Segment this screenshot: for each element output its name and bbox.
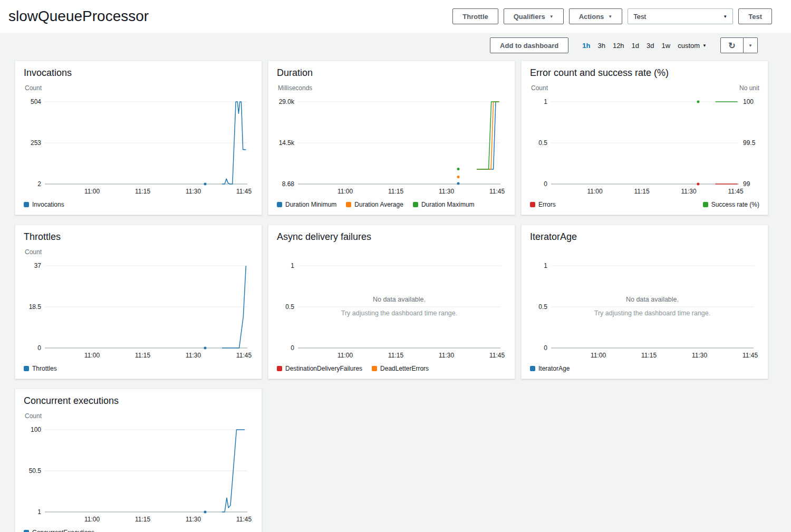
time-range-3d[interactable]: 3d [647,42,654,50]
legend-label: Throttles [32,365,57,372]
page-header: slowQueueProcessor Throttle Qualifiers ▼… [0,0,791,33]
legend-item-invocations-0[interactable]: Invocations [24,201,64,208]
x-tick-label: 11:15 [634,188,650,195]
x-tick-label: 11:30 [439,188,454,195]
concurrent-executions-plot[interactable]: Count10050.5111:0011:1511:3011:45 [24,409,254,526]
actions-button[interactable]: Actions ▼ [569,8,623,24]
metric-card-concurrent-executions: Concurrent executionsCount10050.5111:001… [15,389,262,532]
legend-label: Duration Minimum [285,201,336,208]
time-range-1w[interactable]: 1w [662,42,671,50]
y-tick-label-left: 37 [34,262,42,269]
y-tick-label-left: 100 [31,426,41,433]
time-range-custom[interactable]: custom ▼ [678,42,707,50]
legend-item-async-delivery-failures-1[interactable]: DeadLetterErrors [372,365,429,372]
chart-title-concurrent-executions: Concurrent executions [24,395,253,407]
iterator-age-plot[interactable]: 10.5011:0011:1511:3011:45No data availab… [530,245,760,362]
legend-label: DestinationDeliveryFailures [285,365,362,372]
throttles-plot[interactable]: Count3718.5011:0011:1511:3011:45 [24,245,254,362]
custom-label: custom [678,42,700,50]
legend-swatch-icon [530,366,535,371]
x-tick-label: 11:00 [84,516,100,523]
y-tick-label-left: 1 [544,98,547,105]
x-tick-label: 11:15 [388,352,403,359]
chart-legend-concurrent-executions: ConcurrentExecutions [24,529,253,532]
y-axis-unit-left: Count [25,248,42,256]
add-to-dashboard-button[interactable]: Add to dashboard [490,37,568,53]
metric-card-invocations: InvocationsCount504253211:0011:1511:3011… [15,61,262,215]
x-tick-label: 11:45 [236,188,252,195]
qualifiers-button[interactable]: Qualifiers ▼ [504,8,564,24]
duration-series-2-point [457,168,460,170]
y-tick-label-left: 0.5 [538,139,547,147]
chevron-down-icon: ▼ [608,15,612,19]
y-tick-label-left: 0 [544,180,547,188]
legend-item-concurrent-executions-0[interactable]: ConcurrentExecutions [24,529,94,532]
y-tick-label-left: 0 [37,344,41,352]
chart-title-duration: Duration [277,67,506,79]
x-tick-label: 11:45 [489,188,505,195]
no-data-message: No data available. [373,296,426,303]
y-tick-label-left: 1 [291,262,294,269]
chevron-down-icon: ▼ [748,44,753,48]
legend-label: Errors [538,201,556,208]
chevron-down-icon: ▼ [723,15,727,19]
legend-swatch-icon [24,202,29,207]
legend-item-duration-0[interactable]: Duration Minimum [277,201,336,208]
duration-series-0-point [457,182,460,185]
chart-title-error-count-success-rate: Error count and success rate (%) [530,67,759,79]
refresh-options-button[interactable]: ▼ [744,37,758,53]
x-tick-label: 11:15 [135,352,150,359]
refresh-button[interactable]: ↻ [720,37,744,53]
y-axis-unit-left: Count [25,84,42,92]
legend-swatch-icon [346,202,351,207]
time-range-1h[interactable]: 1h [582,42,590,50]
error-count-success-rate-series-0-point [697,183,699,186]
add-to-dashboard-label: Add to dashboard [500,42,558,50]
error-count-success-rate-plot[interactable]: CountNo unit10.5010099.59911:0011:1511:3… [530,81,760,198]
legend-label: Invocations [32,201,64,208]
chart-title-invocations: Invocations [24,67,253,79]
legend-item-async-delivery-failures-0[interactable]: DestinationDeliveryFailures [277,365,362,372]
x-tick-label: 11:30 [186,516,201,523]
legend-item-error-count-success-rate-0[interactable]: Errors [530,201,556,208]
no-data-hint: Try adjusting the dashboard time range. [341,309,458,317]
legend-label: Duration Maximum [421,201,475,208]
legend-item-duration-2[interactable]: Duration Maximum [413,201,475,208]
monitoring-toolbar: Add to dashboard 1h 3h 12h 1d 3d 1w cust… [0,33,791,60]
legend-item-iterator-age-0[interactable]: IteratorAge [530,365,570,372]
test-event-select[interactable]: Test ▼ [628,8,733,24]
legend-label: DeadLetterErrors [380,365,429,372]
time-range-12h[interactable]: 12h [613,42,624,50]
throttle-label: Throttle [462,13,488,21]
y-tick-label-right: 99 [743,180,750,188]
async-delivery-failures-plot[interactable]: 10.5011:0011:1511:3011:45No data availab… [277,245,507,362]
test-button[interactable]: Test [738,8,772,24]
duration-plot[interactable]: Milliseconds29.0k14.5k8.6811:0011:1511:3… [277,81,507,198]
y-axis-unit-right: No unit [739,84,760,92]
y-tick-label-left: 8.68 [282,180,295,188]
no-data-hint: Try adjusting the dashboard time range. [594,309,711,317]
refresh-split-button: ↻ ▼ [720,37,758,53]
x-tick-label: 11:15 [135,188,150,195]
invocations-plot[interactable]: Count504253211:0011:1511:3011:45 [24,81,254,198]
x-tick-label: 11:45 [742,352,758,359]
y-tick-label-left: 2 [37,180,41,188]
legend-item-error-count-success-rate-1[interactable]: Success rate (%) [703,201,759,208]
time-range-3h[interactable]: 3h [597,42,605,50]
y-axis-unit-left: Count [25,412,42,420]
x-tick-label: 11:00 [591,352,606,359]
time-range-1d[interactable]: 1d [632,42,639,50]
throttle-button[interactable]: Throttle [452,8,498,24]
y-tick-label-right: 100 [743,98,754,105]
legend-swatch-icon [372,366,377,371]
x-tick-label: 11:45 [236,352,252,359]
legend-swatch-icon [277,202,282,207]
chart-legend-duration: Duration MinimumDuration AverageDuration… [277,201,506,208]
y-tick-label-left: 0 [544,344,547,352]
page-title: slowQueueProcessor [8,8,149,25]
legend-item-duration-1[interactable]: Duration Average [346,201,403,208]
metric-card-iterator-age: IteratorAge10.5011:0011:1511:3011:45No d… [521,225,768,379]
y-tick-label-left: 0.5 [538,303,547,311]
qualifiers-label: Qualifiers [514,13,545,21]
legend-item-throttles-0[interactable]: Throttles [24,365,57,372]
